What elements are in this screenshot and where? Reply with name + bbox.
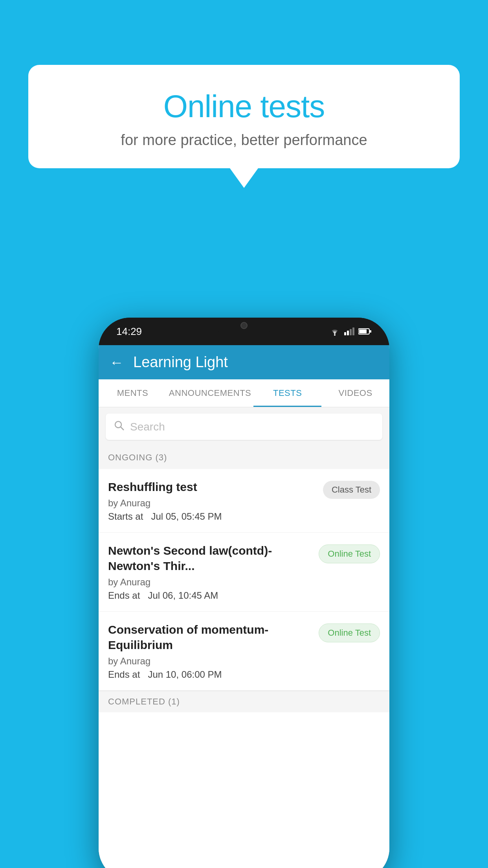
svg-line-9 — [121, 427, 124, 430]
svg-rect-3 — [350, 329, 352, 335]
test-time: Ends at Jun 10, 06:00 PM — [108, 669, 312, 680]
promo-title: Online tests — [44, 88, 444, 125]
promo-section: Online tests for more practice, better p… — [28, 65, 460, 188]
test-by: by Anurag — [108, 656, 312, 667]
speech-bubble-pointer — [230, 168, 258, 188]
ongoing-label: ONGOING (3) — [108, 452, 167, 462]
list-item[interactable]: Newton's Second law(contd)-Newton's Thir… — [99, 533, 389, 612]
test-list: Reshuffling test by Anurag Starts at Jul… — [99, 469, 389, 868]
test-info: Conservation of momentum-Equilibrium by … — [108, 622, 312, 680]
search-container: Search — [99, 407, 389, 446]
phone-frame: 14:29 — [99, 318, 389, 868]
test-badge-class: Class Test — [323, 481, 380, 499]
status-icons — [329, 327, 372, 336]
list-item[interactable]: Reshuffling test by Anurag Starts at Jul… — [99, 469, 389, 533]
tab-announcements[interactable]: ANNOUNCEMENTS — [167, 379, 253, 407]
signal-icon — [344, 327, 354, 335]
search-box[interactable]: Search — [106, 414, 382, 440]
tab-ments[interactable]: MENTS — [99, 379, 167, 407]
promo-subtitle: for more practice, better performance — [44, 132, 444, 149]
tab-videos[interactable]: VIDEOS — [321, 379, 389, 407]
test-time: Ends at Jul 06, 10:45 AM — [108, 590, 312, 601]
test-by: by Anurag — [108, 498, 317, 509]
svg-point-8 — [115, 421, 121, 428]
svg-rect-4 — [352, 327, 354, 335]
test-name: Newton's Second law(contd)-Newton's Thir… — [108, 543, 312, 574]
status-bar: 14:29 — [99, 318, 389, 345]
phone-screen: ← Learning Light MENTS ANNOUNCEMENTS TES… — [99, 345, 389, 868]
test-info: Newton's Second law(contd)-Newton's Thir… — [108, 543, 312, 601]
test-name: Reshuffling test — [108, 479, 317, 495]
svg-rect-1 — [344, 332, 346, 335]
app-title: Learning Light — [133, 354, 228, 371]
svg-rect-2 — [347, 331, 349, 335]
completed-section-header: COMPLETED (1) — [99, 691, 389, 712]
app-header: ← Learning Light — [99, 345, 389, 379]
tab-tests[interactable]: TESTS — [253, 379, 321, 407]
search-input[interactable]: Search — [130, 421, 165, 433]
completed-label: COMPLETED (1) — [108, 697, 180, 706]
test-by: by Anurag — [108, 577, 312, 588]
test-time: Starts at Jul 05, 05:45 PM — [108, 511, 317, 522]
test-name: Conservation of momentum-Equilibrium — [108, 622, 312, 653]
test-badge-online: Online Test — [319, 623, 380, 642]
list-item[interactable]: Conservation of momentum-Equilibrium by … — [99, 612, 389, 691]
svg-rect-7 — [370, 330, 371, 333]
ongoing-section-header: ONGOING (3) — [99, 446, 389, 469]
back-button[interactable]: ← — [110, 354, 124, 371]
tabs-bar: MENTS ANNOUNCEMENTS TESTS VIDEOS — [99, 379, 389, 407]
phone-notch — [213, 318, 275, 333]
svg-point-0 — [334, 334, 336, 336]
test-info: Reshuffling test by Anurag Starts at Jul… — [108, 479, 317, 522]
search-icon — [114, 420, 125, 434]
wifi-icon — [329, 327, 340, 336]
speech-bubble: Online tests for more practice, better p… — [28, 65, 460, 168]
front-camera — [240, 322, 248, 329]
svg-rect-6 — [359, 329, 367, 333]
battery-icon — [358, 328, 372, 335]
test-badge-online: Online Test — [319, 544, 380, 563]
status-time: 14:29 — [116, 326, 142, 338]
